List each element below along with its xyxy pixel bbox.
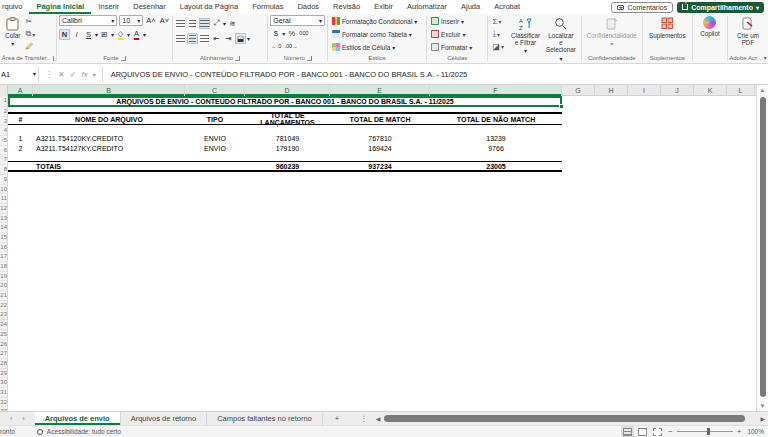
percent-button[interactable]: % bbox=[286, 28, 297, 39]
insert-cells-button[interactable]: Inserir bbox=[429, 15, 466, 27]
number-format-select[interactable]: Geral bbox=[270, 15, 325, 26]
accessibility-status[interactable]: Acessibilidade: tudo certo bbox=[47, 428, 121, 435]
align-center-button[interactable] bbox=[187, 33, 198, 44]
delete-cells-button[interactable]: Excluir bbox=[429, 28, 468, 40]
sheet-tab-arquivos-de-envio[interactable]: Arquivos de envio bbox=[35, 412, 121, 425]
sheet-tab-campos-faltantes[interactable]: Campos faltantes no retorno bbox=[207, 412, 323, 425]
comments-button[interactable]: Comentários bbox=[611, 2, 673, 13]
tab-ajuda[interactable]: Ajuda bbox=[454, 0, 487, 14]
tab-dados[interactable]: Dados bbox=[290, 0, 326, 14]
copy-button[interactable]: ⧉ bbox=[24, 29, 38, 40]
normal-view-icon[interactable] bbox=[623, 428, 632, 436]
column-header-g[interactable]: G bbox=[562, 85, 595, 96]
column-header-k[interactable]: K bbox=[694, 85, 727, 96]
dialog-launcher-icon[interactable] bbox=[53, 56, 54, 61]
cancel-entry-icon[interactable]: ✕ bbox=[58, 70, 65, 79]
tab-exibir[interactable]: Exibir bbox=[367, 0, 400, 14]
scroll-left-icon[interactable]: ◀ bbox=[376, 415, 381, 422]
copilot-button[interactable]: Copilot bbox=[697, 15, 723, 38]
zoom-level[interactable]: 100% bbox=[747, 428, 764, 435]
addins-button[interactable]: Suplementos bbox=[646, 15, 689, 40]
autosum-button[interactable]: Σ bbox=[490, 16, 506, 27]
scroll-up-icon[interactable]: ▲ bbox=[757, 85, 768, 95]
dialog-launcher-icon[interactable] bbox=[235, 56, 240, 61]
zoom-in-icon[interactable]: + bbox=[737, 427, 742, 436]
orientation-button[interactable]: ⤢ bbox=[211, 18, 222, 29]
align-right-button[interactable] bbox=[199, 33, 210, 44]
align-left-button[interactable] bbox=[175, 33, 186, 44]
fill-button[interactable]: ⤓ bbox=[490, 29, 506, 40]
column-header-j[interactable]: J bbox=[661, 85, 694, 96]
accounting-format-button[interactable]: $ bbox=[270, 28, 281, 39]
tab-layout-da-pagina[interactable]: Layout da Página bbox=[173, 0, 245, 14]
align-middle-button[interactable] bbox=[187, 18, 198, 29]
zoom-thumb[interactable] bbox=[707, 428, 710, 435]
sheet-tab-arquivos-de-retorno[interactable]: Arquivos de retorno bbox=[121, 412, 207, 425]
font-color-button[interactable]: A bbox=[131, 29, 142, 40]
select-all-corner[interactable] bbox=[0, 85, 8, 96]
italic-button[interactable]: I bbox=[71, 29, 82, 40]
increase-indent-button[interactable]: ⇥ bbox=[223, 33, 234, 44]
dialog-launcher-icon[interactable] bbox=[307, 56, 312, 61]
tab-formulas[interactable]: Fórmulas bbox=[245, 0, 290, 14]
prev-sheet-icon[interactable]: ‹ bbox=[10, 415, 12, 422]
confirm-entry-icon[interactable]: ✓ bbox=[70, 70, 77, 79]
scroll-right-icon[interactable]: ▶ bbox=[760, 415, 765, 422]
dialog-launcher-icon[interactable] bbox=[121, 56, 126, 61]
find-select-button[interactable]: Localizar e Selecionar bbox=[543, 15, 579, 64]
vertical-scrollbar[interactable]: ▲ ▼ bbox=[756, 85, 768, 411]
column-header-a[interactable]: A bbox=[8, 85, 33, 96]
tab-arquivo[interactable]: rquivo bbox=[0, 0, 29, 14]
insert-function-icon[interactable]: fx bbox=[81, 70, 87, 79]
totals-row[interactable]: TOTAIS 960239 937234 23005 bbox=[8, 161, 562, 172]
vertical-scroll-thumb[interactable] bbox=[760, 97, 766, 397]
horizontal-scrollbar[interactable]: ⋮ ◀ ▶ bbox=[351, 412, 768, 425]
conditional-formatting-button[interactable]: Formatação Condicional bbox=[330, 15, 419, 27]
column-header-b[interactable]: B bbox=[33, 85, 185, 96]
table-header-row[interactable]: # NOME DO ARQUIVO TIPO TOTAL DE LANÇAMEN… bbox=[8, 112, 562, 125]
tab-inserir[interactable]: Inserir bbox=[91, 0, 126, 14]
cell-styles-button[interactable]: Estilos de Célula bbox=[330, 41, 397, 53]
merge-center-button[interactable]: ⬓ bbox=[235, 33, 246, 44]
create-pdf-button[interactable]: Crie um PDF bbox=[730, 15, 766, 47]
horizontal-scroll-thumb[interactable] bbox=[384, 415, 745, 422]
align-bottom-button[interactable] bbox=[199, 18, 210, 29]
column-header-i[interactable]: I bbox=[628, 85, 661, 96]
comma-style-button[interactable]: 000 bbox=[298, 28, 309, 39]
zoom-out-icon[interactable]: − bbox=[668, 427, 673, 436]
page-break-view-icon[interactable] bbox=[653, 428, 662, 436]
increase-font-button[interactable]: A˄ bbox=[145, 15, 156, 26]
next-sheet-icon[interactable]: › bbox=[22, 415, 24, 422]
tab-acrobat[interactable]: Acrobat bbox=[487, 0, 527, 14]
align-top-button[interactable] bbox=[175, 18, 186, 29]
share-button[interactable]: Compartilhamento bbox=[677, 2, 764, 13]
decrease-font-button[interactable]: A˅ bbox=[159, 15, 170, 26]
add-sheet-button[interactable]: + bbox=[323, 412, 351, 425]
table-row[interactable]: 1 A3211.T54120KY.CREDITO ENVIO 781049 76… bbox=[8, 133, 562, 143]
format-painter-button[interactable]: 🖉 bbox=[24, 41, 38, 52]
more-options-icon[interactable]: ⋮ bbox=[45, 70, 53, 79]
column-header-h[interactable]: H bbox=[595, 85, 628, 96]
format-cells-button[interactable]: Formatar bbox=[429, 41, 474, 53]
wrap-text-button[interactable]: ≋ bbox=[227, 18, 238, 29]
font-name-select[interactable]: Calibri bbox=[59, 15, 117, 26]
tab-resize-handle[interactable]: ⋮ bbox=[354, 414, 374, 423]
bold-button[interactable]: N bbox=[59, 29, 70, 40]
tab-automatizar[interactable]: Automatizar bbox=[400, 0, 454, 14]
collapse-ribbon-icon[interactable] bbox=[764, 53, 767, 63]
row-numbers[interactable]: 1234567891011121314151617181920212223242… bbox=[0, 96, 8, 411]
tab-revisao[interactable]: Revisão bbox=[326, 0, 367, 14]
zoom-slider[interactable]: − + bbox=[668, 427, 741, 436]
borders-button[interactable]: ⊞ bbox=[99, 29, 110, 40]
clear-button[interactable]: ◪ bbox=[490, 41, 506, 52]
column-header-f[interactable]: F bbox=[430, 85, 562, 96]
decrease-indent-button[interactable]: ⇤ bbox=[211, 33, 222, 44]
paste-button[interactable]: Colar bbox=[2, 15, 24, 49]
column-header-c[interactable]: C bbox=[185, 85, 245, 96]
column-header-d[interactable]: D bbox=[245, 85, 330, 96]
sort-filter-button[interactable]: AZ Classificar e Filtrar bbox=[508, 15, 543, 56]
underline-button[interactable]: S bbox=[83, 29, 94, 40]
column-header-e[interactable]: E bbox=[330, 85, 430, 96]
tab-pagina-inicial[interactable]: Página Inicial bbox=[29, 0, 91, 14]
increase-decimal-button[interactable]: ←.0 bbox=[270, 41, 282, 52]
